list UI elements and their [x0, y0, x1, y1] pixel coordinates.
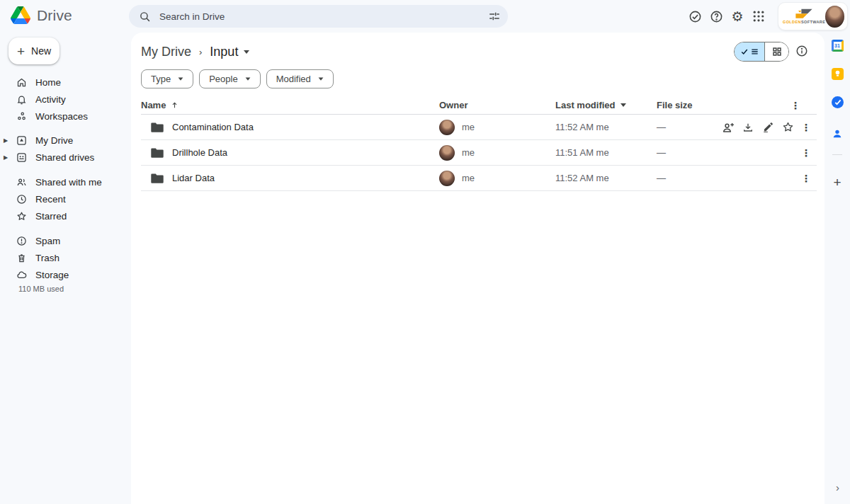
expand-arrow-icon[interactable]: ▶ [0, 154, 11, 161]
expand-arrow-icon[interactable]: ▶ [0, 137, 11, 144]
breadcrumb: My Drive › Input [141, 41, 249, 62]
spam-icon [16, 235, 27, 246]
sidebar-item-trash[interactable]: Trash [0, 249, 128, 266]
people-icon [16, 176, 27, 188]
owner-label: me [462, 122, 475, 132]
column-header-owner[interactable]: Owner [439, 96, 468, 114]
file-name: Contamination Data [172, 122, 254, 132]
settings-gear-icon[interactable]: ⚙ [730, 9, 744, 23]
star-icon [16, 210, 27, 222]
user-avatar[interactable] [825, 6, 844, 28]
keep-app-icon[interactable] [831, 67, 844, 80]
apps-grid-icon[interactable] [752, 9, 766, 23]
filter-modified-chip[interactable]: Modified [266, 69, 334, 88]
filter-type-chip[interactable]: Type [141, 69, 193, 88]
more-options-icon[interactable]: ⋮ [790, 101, 800, 110]
row-quick-actions: ⋮ [722, 115, 811, 139]
rail-divider [832, 154, 842, 155]
file-row-drillhole-data[interactable]: Drillhole Data me 11:51 AM me — ⋮ [141, 140, 817, 166]
modified-label: 11:51 AM me [555, 140, 609, 165]
modified-label: 11:52 AM me [555, 115, 609, 139]
get-add-ons-button[interactable]: + [831, 176, 844, 189]
file-row-contamination-data[interactable]: Contamination Data me 11:52 AM me — ⋮ [141, 115, 817, 140]
row-more-options-icon[interactable]: ⋮ [801, 173, 811, 183]
drive-logo[interactable]: Drive [11, 6, 72, 24]
plus-icon: + [833, 175, 841, 190]
owner-label: me [462, 173, 475, 183]
share-person-add-icon[interactable] [722, 121, 735, 134]
workspaces-icon [16, 110, 27, 122]
chevron-down-icon [178, 77, 183, 80]
storage-used-label: 110 MB used [18, 285, 64, 293]
app-title: Drive [37, 7, 72, 24]
search-bar[interactable] [129, 5, 508, 28]
sidebar-item-recent[interactable]: Recent [0, 190, 128, 207]
drive-logo-icon [11, 6, 30, 24]
table-header: Name Owner Last modified File size ⋮ [141, 96, 817, 115]
sidebar-item-my-drive[interactable]: ▶ My Drive [0, 132, 128, 149]
grid-view-icon [773, 47, 781, 56]
clock-icon [16, 193, 27, 205]
file-row-lidar-data[interactable]: Lidar Data me 11:52 AM me — ⋮ [141, 166, 817, 191]
my-drive-icon [16, 134, 27, 146]
details-info-icon[interactable] [795, 44, 809, 58]
tasks-app-icon[interactable] [831, 96, 844, 108]
rename-pencil-icon[interactable] [761, 121, 774, 134]
search-input[interactable] [159, 11, 480, 22]
owner-avatar [439, 171, 455, 186]
golden-software-logo: GOLDENSOFTWARE [783, 8, 825, 25]
sidebar-item-storage[interactable]: Storage [0, 266, 128, 283]
sidebar-item-activity[interactable]: Activity [0, 91, 128, 108]
filter-people-chip[interactable]: People [199, 69, 260, 88]
calendar-app-icon[interactable]: 31 [831, 39, 844, 52]
owner-avatar [439, 120, 455, 135]
row-more-options-icon[interactable]: ⋮ [801, 148, 811, 158]
sidebar-item-starred[interactable]: Starred [0, 207, 128, 224]
chevron-down-icon [318, 77, 323, 80]
new-button[interactable]: + New [8, 38, 60, 64]
sidebar-item-spam[interactable]: Spam [0, 232, 128, 249]
side-panel-rail: 31 + [824, 33, 850, 504]
offline-status-icon[interactable] [688, 9, 702, 23]
sidebar-item-workspaces[interactable]: Workspaces [0, 108, 128, 125]
breadcrumb-current-folder[interactable]: Input [210, 45, 249, 59]
column-header-size[interactable]: File size [657, 96, 693, 114]
list-view-button[interactable] [735, 42, 765, 61]
help-icon[interactable] [709, 9, 723, 23]
search-options-icon[interactable] [488, 10, 501, 23]
size-label: — [657, 166, 666, 190]
download-icon[interactable] [742, 121, 754, 134]
chevron-down-icon [245, 77, 250, 80]
modified-label: 11:52 AM me [555, 166, 609, 190]
golden-software-wordmark: GOLDENSOFTWARE [783, 21, 825, 25]
row-more-options-icon[interactable]: ⋮ [801, 122, 811, 132]
layout-toggle [734, 42, 789, 62]
left-sidebar: + New Home Activity Workspaces ▶ My Driv… [0, 33, 131, 504]
grid-view-button[interactable] [765, 42, 788, 61]
star-toggle-icon[interactable] [781, 121, 794, 134]
cloud-icon [16, 269, 27, 280]
sidebar-item-home[interactable]: Home [0, 74, 128, 91]
size-label: — [657, 140, 666, 165]
column-header-modified[interactable]: Last modified [555, 96, 626, 114]
breadcrumb-my-drive[interactable]: My Drive [141, 45, 191, 59]
filter-chips: Type People Modified [141, 69, 334, 88]
account-area[interactable]: GOLDENSOFTWARE [778, 2, 848, 30]
owner-label: me [462, 147, 475, 158]
check-icon [741, 48, 748, 55]
new-button-label: New [31, 45, 51, 57]
shared-drives-icon [16, 151, 27, 163]
sidebar-item-shared-with-me[interactable]: Shared with me [0, 173, 128, 190]
folder-icon [151, 173, 164, 183]
file-name: Drillhole Data [172, 147, 227, 158]
owner-avatar [439, 145, 455, 161]
breadcrumb-separator-icon: › [199, 47, 202, 57]
trash-icon [16, 252, 27, 263]
sidebar-item-shared-drives[interactable]: ▶ Shared drives [0, 149, 128, 166]
folder-icon [151, 122, 164, 132]
contacts-app-icon[interactable] [831, 127, 844, 140]
folder-menu-caret-icon [244, 50, 249, 54]
show-side-panel-chevron-icon[interactable]: › [836, 481, 839, 493]
size-label: — [657, 115, 666, 139]
column-header-name[interactable]: Name [141, 96, 178, 114]
